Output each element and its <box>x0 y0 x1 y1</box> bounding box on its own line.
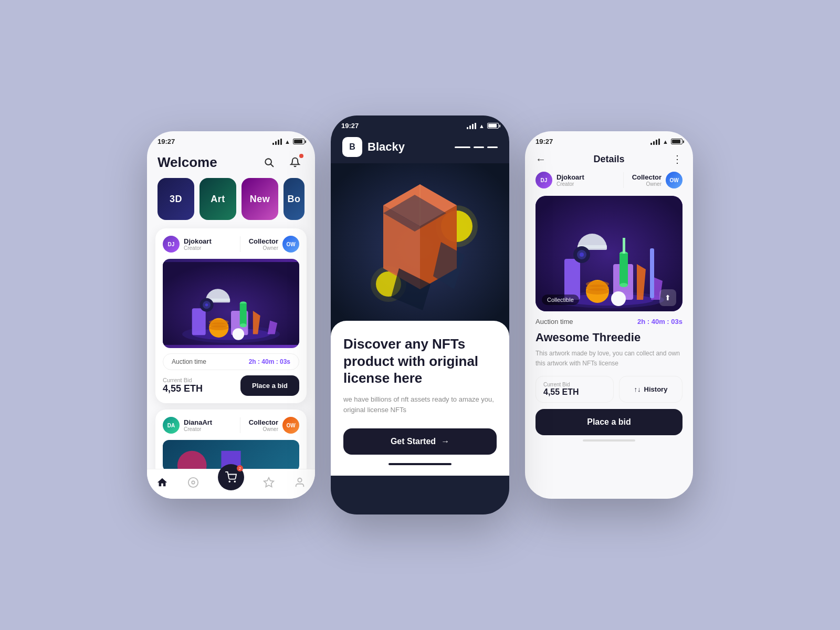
category-tabs: 3D Art New Bo <box>147 178 315 228</box>
detail-nft-desc: This artwork made by love, you can colle… <box>536 349 682 369</box>
bid-row-1: Current Bid 4,55 ETH Place a bid <box>163 375 299 396</box>
nav-home[interactable] <box>156 477 168 488</box>
svg-point-58 <box>580 253 584 257</box>
detail-card-header: DJ Djokoart Creator Collector Owner OW <box>525 172 693 196</box>
nav-explore[interactable] <box>187 477 199 488</box>
owner-avatar-2: OW <box>282 417 299 434</box>
status-icons-2: ▲ <box>467 123 499 129</box>
wifi-icon-1: ▲ <box>285 139 290 145</box>
detail-creator-role: Creator <box>556 181 584 187</box>
svg-rect-54 <box>620 254 628 285</box>
auction-time-1: 2h : 40m : 03s <box>249 358 290 365</box>
menu-dot-1 <box>455 146 470 148</box>
creator-info-1: DJ Djokoart Creator <box>163 236 212 253</box>
owner-avatar-1: OW <box>282 236 299 253</box>
svg-point-25 <box>192 481 195 484</box>
search-button[interactable] <box>259 153 278 172</box>
category-new-label: New <box>250 194 270 205</box>
welcome-title: Welcome <box>158 154 217 171</box>
category-bo-label: Bo <box>288 194 301 205</box>
notification-button[interactable] <box>286 153 304 172</box>
nav-favorites[interactable] <box>263 477 275 488</box>
get-started-button[interactable]: Get Started → <box>343 428 497 455</box>
place-bid-button-1[interactable]: Place a bid <box>240 375 299 396</box>
detail-creator-avatar: DJ <box>536 172 552 188</box>
creator-text-2: DianaArt Creator <box>184 418 212 432</box>
owner-section-2: Collector Owner OW <box>236 417 299 434</box>
detail-creator-info: DJ Djokoart Creator <box>536 172 584 188</box>
share-button[interactable]: ⬆ <box>659 289 676 306</box>
battery-icon-1 <box>293 139 304 144</box>
phones-container: 19:27 ▲ Welcome <box>147 116 693 514</box>
history-button[interactable]: ↑↓ History <box>619 376 682 403</box>
hero-content: Discover any NFTs product with original … <box>331 321 509 476</box>
nav-profile[interactable] <box>294 477 306 488</box>
detail-owner-avatar: OW <box>666 172 682 188</box>
detail-owner-text: Collector Owner <box>632 173 662 187</box>
owner-role-2: Owner <box>249 426 278 432</box>
nft-image-1 <box>163 259 299 348</box>
hero-image <box>331 163 509 331</box>
logo-box: B <box>342 137 362 157</box>
owner-role-1: Owner <box>249 245 278 251</box>
detail-nft-image: Collectible ⬆ <box>536 196 682 311</box>
creator-role-1: Creator <box>184 245 212 251</box>
detail-auction-row: Auction time 2h : 40m : 03s <box>536 318 682 326</box>
svg-point-27 <box>234 481 235 482</box>
more-button[interactable]: ⋮ <box>672 153 682 165</box>
status-icons-3: ▲ <box>650 139 682 145</box>
detail-creator-text: Djokoart Creator <box>556 173 584 187</box>
category-new[interactable]: New <box>242 178 278 220</box>
svg-line-1 <box>271 164 274 167</box>
svg-point-19 <box>233 328 244 340</box>
category-art[interactable]: Art <box>200 178 236 220</box>
phone-details: 19:27 ▲ ← Details ⋮ DJ <box>525 131 693 499</box>
creator-name-1: Djokoart <box>184 237 212 245</box>
menu-dot-3 <box>487 146 498 148</box>
detail-owner-role: Owner <box>632 181 662 187</box>
bid-amount-1: 4,55 ETH <box>163 383 203 394</box>
details-header: ← Details ⋮ <box>525 149 693 172</box>
detail-bid-label: Current Bid <box>543 382 606 387</box>
category-3d-label: 3D <box>170 194 182 205</box>
creator-info-2: DA DianaArt Creator <box>163 417 212 434</box>
history-label: History <box>644 385 668 393</box>
bottom-nav: 2 <box>147 469 315 499</box>
signal-icon-2 <box>467 123 476 129</box>
creator-avatar-2: DA <box>163 417 180 434</box>
wifi-icon-2: ▲ <box>479 123 485 129</box>
detail-nft-name: Awesome Threedie <box>536 331 682 344</box>
back-button[interactable]: ← <box>536 153 546 165</box>
svg-point-15 <box>240 323 247 327</box>
detail-auction-label: Auction time <box>536 318 573 326</box>
category-art-label: Art <box>211 194 225 205</box>
battery-icon-3 <box>671 139 682 144</box>
detail-place-bid-button[interactable]: Place a bid <box>536 409 682 435</box>
category-3d[interactable]: 3D <box>158 178 194 220</box>
svg-point-49 <box>586 281 609 287</box>
category-bo[interactable]: Bo <box>284 178 304 220</box>
svg-point-59 <box>611 291 626 306</box>
collectible-badge: Collectible <box>542 295 579 305</box>
creator-name-2: DianaArt <box>184 418 212 426</box>
signal-icon-3 <box>650 139 660 145</box>
welcome-header: Welcome <box>147 149 315 178</box>
home-indicator-3 <box>583 439 635 442</box>
status-icons-1: ▲ <box>272 139 304 145</box>
card-header-2: DA DianaArt Creator Collector Owner OW <box>163 417 299 434</box>
hero-title: Discover any NFTs product with original … <box>343 335 497 387</box>
card-header-1: DJ Djokoart Creator Collector Owner OW <box>163 236 299 253</box>
detail-body: Auction time 2h : 40m : 03s Awesome Thre… <box>525 318 693 435</box>
app-name: Blacky <box>368 140 405 154</box>
detail-bid-amount: 4,55 ETH <box>543 387 606 397</box>
time-1: 19:27 <box>158 138 175 145</box>
svg-point-18 <box>205 303 208 307</box>
svg-point-55 <box>620 283 628 287</box>
detail-actions: Current Bid 4,55 ETH ↑↓ History <box>536 376 682 403</box>
nav-cart[interactable]: 2 <box>218 464 244 490</box>
bid-label-1: Current Bid <box>163 377 203 383</box>
header-menu[interactable] <box>455 146 498 148</box>
wifi-icon-3: ▲ <box>663 139 668 145</box>
hero-desc: we have billions of nft assets ready to … <box>343 394 497 416</box>
owner-section-1: Collector Owner OW <box>236 236 299 253</box>
